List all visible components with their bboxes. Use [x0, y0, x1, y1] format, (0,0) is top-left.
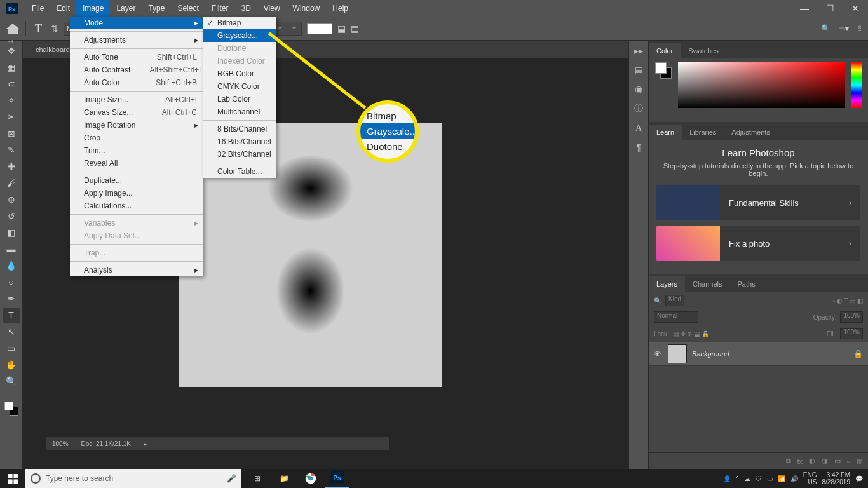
search-icon[interactable]: 🔍: [821, 24, 831, 33]
file-explorer-icon[interactable]: 📁: [272, 469, 296, 488]
adjustment-icon[interactable]: ◑: [822, 457, 828, 465]
tab-layers[interactable]: Layers: [649, 276, 685, 292]
mode-item-duotone[interactable]: Duotone: [203, 42, 276, 55]
path-select-tool[interactable]: ↖: [3, 324, 20, 339]
marquee-tool[interactable]: ▦: [3, 60, 20, 75]
magic-wand-tool[interactable]: ✧: [3, 93, 20, 108]
volume-icon[interactable]: 🔊: [790, 475, 798, 482]
shape-tool[interactable]: ▭: [3, 341, 20, 356]
new-layer-icon[interactable]: ▫: [847, 458, 850, 465]
menu-item-auto-tone[interactable]: Auto ToneShift+Ctrl+L: [70, 51, 203, 64]
text-color-swatch[interactable]: [307, 23, 332, 34]
wifi-icon[interactable]: 📶: [778, 475, 785, 482]
collapse-icon[interactable]: ▸▸: [634, 46, 643, 56]
warp-text-icon[interactable]: ⬓: [337, 24, 346, 34]
learn-card-fundamental[interactable]: Fundamental Skills ›: [656, 185, 860, 220]
delete-layer-icon[interactable]: 🗑: [856, 458, 863, 465]
photoshop-task-icon[interactable]: Ps: [325, 469, 349, 488]
healing-tool[interactable]: ✚: [3, 159, 20, 174]
blur-tool[interactable]: 💧: [3, 258, 20, 273]
tab-paths[interactable]: Paths: [730, 276, 763, 292]
props-icon[interactable]: ◉: [635, 84, 642, 94]
menu-3d[interactable]: 3D: [234, 0, 257, 17]
gradient-tool[interactable]: ▬: [3, 241, 20, 257]
eyedropper-tool[interactable]: ✎: [3, 142, 20, 158]
menu-file[interactable]: File: [25, 0, 50, 17]
menu-item-auto-color[interactable]: Auto ColorShift+Ctrl+B: [70, 76, 203, 89]
type-tool-indicator[interactable]: T: [31, 22, 46, 36]
security-icon[interactable]: 🛡: [756, 475, 762, 482]
menu-type[interactable]: Type: [142, 0, 171, 17]
lasso-tool[interactable]: ⊂: [3, 76, 20, 92]
mode-item--bits-channel[interactable]: 32 Bits/Channel: [203, 148, 276, 161]
collapse-icon[interactable]: ◂◂: [8, 38, 13, 44]
clock[interactable]: 3:42 PM8/28/2019: [822, 471, 851, 485]
tray-up-icon[interactable]: ˄: [736, 475, 739, 482]
mode-item-indexed-color[interactable]: Indexed Color: [203, 55, 276, 67]
learn-card-fixphoto[interactable]: Fix a photo ›: [656, 226, 860, 261]
menu-item-variables[interactable]: Variables: [70, 217, 203, 229]
history-icon[interactable]: ▤: [635, 65, 643, 75]
tab-libraries[interactable]: Libraries: [682, 125, 724, 140]
menu-view[interactable]: View: [257, 0, 287, 17]
mode-item--bits-channel[interactable]: 8 Bits/Channel: [203, 123, 276, 135]
visibility-icon[interactable]: 👁: [654, 349, 663, 358]
maximize-button[interactable]: ☐: [817, 0, 843, 17]
menu-edit[interactable]: Edit: [50, 0, 76, 17]
tab-learn[interactable]: Learn: [649, 125, 682, 140]
people-icon[interactable]: 👤: [723, 475, 731, 482]
blend-mode-select[interactable]: Normal: [654, 311, 698, 323]
menu-item-crop[interactable]: Crop: [70, 132, 203, 144]
zoom-level[interactable]: 100%: [52, 440, 69, 447]
menu-item-canvas-size-[interactable]: Canvas Size...Alt+Ctrl+C: [70, 106, 203, 119]
menu-item-analysis[interactable]: Analysis: [70, 264, 203, 276]
menu-select[interactable]: Select: [171, 0, 205, 17]
menu-item-trim-[interactable]: Trim...: [70, 144, 203, 157]
crop-tool[interactable]: ✂: [3, 109, 20, 125]
battery-icon[interactable]: ▭: [767, 475, 773, 482]
brush-tool[interactable]: 🖌: [3, 175, 20, 191]
tab-color[interactable]: Color: [649, 43, 681, 58]
fill-input[interactable]: 100%: [840, 328, 863, 339]
menu-item-apply-data-set-[interactable]: Apply Data Set...: [70, 229, 203, 242]
history-brush-tool[interactable]: ↺: [3, 208, 20, 224]
start-button[interactable]: [0, 469, 25, 488]
menu-item-trap-[interactable]: Trap...: [70, 247, 203, 259]
menu-help[interactable]: Help: [326, 0, 355, 17]
eraser-tool[interactable]: ◧: [3, 225, 20, 240]
language-indicator[interactable]: ENGUS: [803, 471, 817, 485]
menu-item-calculations-[interactable]: Calculations...: [70, 200, 203, 212]
link-layers-icon[interactable]: ⧉: [786, 457, 791, 465]
mask-icon[interactable]: ◐: [809, 457, 815, 465]
zoom-tool[interactable]: 🔍: [3, 374, 20, 389]
mode-item-bitmap[interactable]: Bitmap: [203, 17, 276, 29]
minimize-button[interactable]: —: [792, 0, 817, 17]
arrange-docs-icon[interactable]: ▭▾: [838, 24, 849, 33]
menu-item-image-size-[interactable]: Image Size...Alt+Ctrl+I: [70, 93, 203, 106]
mic-icon[interactable]: 🎤: [227, 474, 236, 483]
type-tool[interactable]: T: [3, 308, 20, 323]
menu-filter[interactable]: Filter: [205, 0, 235, 17]
hand-tool[interactable]: ✋: [3, 357, 20, 372]
task-view-icon[interactable]: ⊞: [245, 469, 269, 488]
share-icon[interactable]: ⇪: [857, 24, 863, 33]
mode-item-grayscale-[interactable]: Grayscale...: [203, 29, 276, 42]
onedrive-icon[interactable]: ☁: [744, 475, 750, 482]
home-icon[interactable]: [5, 21, 20, 36]
mode-item-cmyk-color[interactable]: CMYK Color: [203, 80, 276, 93]
group-icon[interactable]: ▭: [834, 457, 841, 465]
doc-tab-0[interactable]: chalkboard: [29, 41, 76, 58]
menu-item-apply-image-[interactable]: Apply Image...: [70, 187, 203, 200]
move-tool[interactable]: ✥: [3, 43, 20, 58]
menu-layer[interactable]: Layer: [110, 0, 142, 17]
paragraph-panel-icon[interactable]: ▤: [351, 24, 359, 34]
dodge-tool[interactable]: ○: [3, 274, 20, 290]
menu-window[interactable]: Window: [287, 0, 327, 17]
mode-item-lab-color[interactable]: Lab Color: [203, 93, 276, 105]
layer-kind-select[interactable]: Kind: [665, 295, 684, 306]
color-swatches[interactable]: [4, 402, 18, 416]
stamp-tool[interactable]: ⊕: [3, 192, 20, 207]
tab-adjustments[interactable]: Adjustments: [724, 125, 778, 140]
search-box[interactable]: Type here to search 🎤: [25, 469, 241, 488]
notifications-icon[interactable]: 💬: [855, 475, 863, 482]
